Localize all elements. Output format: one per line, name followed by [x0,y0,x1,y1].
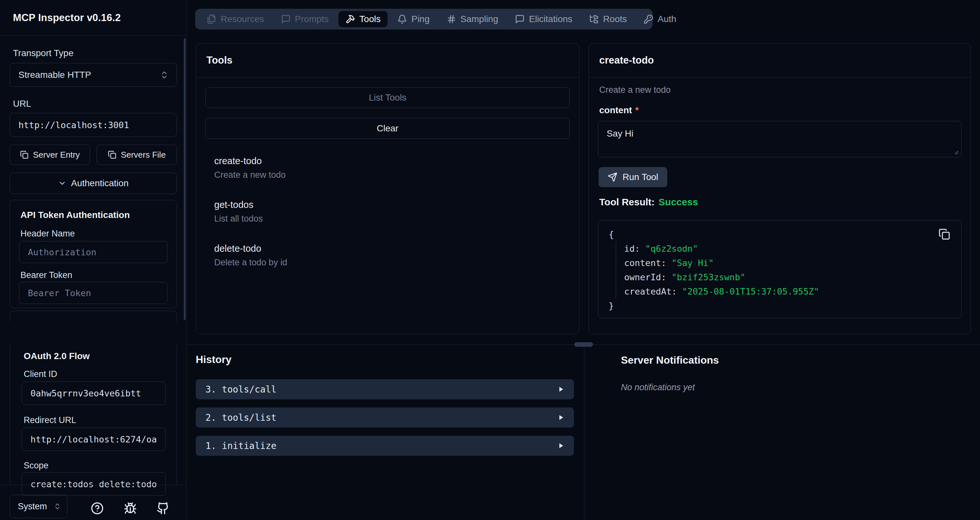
theme-select[interactable]: System [10,495,67,518]
content-field-label: content [599,105,632,115]
tab-label: Auth [657,14,676,24]
history-row-label: 3. tools/call [205,384,277,395]
files-icon [207,14,216,24]
server-notifications-pane: Server Notifications No notifications ye… [621,354,719,392]
header-name-field-box [19,241,167,263]
history-row-tools-call[interactable]: 3. tools/call [196,379,574,399]
authentication-toggle[interactable]: Authentication [10,172,177,194]
authentication-toggle-label: Authentication [71,178,128,188]
tool-name: delete-todo [214,243,579,254]
json-line: ownerId: "bzif253zswnb" [624,270,951,284]
tools-panel: Tools List Tools Clear create-todo Creat… [196,43,579,334]
bearer-token-field-box [19,282,167,304]
tab-label: Elicitations [529,14,572,24]
history-row-label: 1. initialize [205,440,277,451]
api-token-title: API Token Authentication [21,210,130,220]
json-line: id: "q6z2sodn" [624,242,951,256]
tool-result-line: Tool Result:Success [599,196,698,207]
json-body: id: "q6z2sodn" content: "Say Hi" ownerId… [616,242,951,299]
github-icon [156,502,170,515]
tool-runner-header: create-todo [589,43,970,78]
message-square-icon [281,14,291,24]
tab-ping[interactable]: Ping [390,11,436,27]
tab-roots[interactable]: Roots [582,11,634,27]
server-entry-button[interactable]: Server Entry [10,145,90,165]
tab-tools[interactable]: Tools [338,11,388,27]
tab-label: Sampling [460,14,498,24]
json-key: createdAt: [624,286,677,297]
tab-label: Resources [221,14,264,24]
url-input[interactable] [10,120,177,130]
copy-result-button[interactable] [939,228,950,240]
client-id-input[interactable] [22,388,165,398]
servers-file-button[interactable]: Servers File [97,145,177,165]
bearer-token-input[interactable] [19,288,167,298]
json-close-brace: } [609,299,951,313]
chevrons-up-down-icon [160,70,169,80]
tab-auth[interactable]: Auth [636,11,684,27]
help-circle-icon [91,502,104,515]
tool-name: get-todos [214,199,579,210]
tab-sampling[interactable]: Sampling [439,11,506,27]
json-value: "2025-08-01T15:37:05.955Z" [682,286,819,297]
hammer-icon [345,14,355,24]
server-entry-label: Server Entry [33,150,80,160]
folder-tree-icon [589,14,599,24]
expand-play-icon [558,442,564,449]
oauth-title: OAuth 2.0 Flow [24,351,90,361]
bell-icon [397,14,407,24]
url-label: URL [13,99,31,109]
json-key: content: [624,258,666,268]
json-value: "q6z2sodn" [645,244,698,254]
transport-select-value: Streamable HTTP [19,70,91,80]
tool-runner-title: create-todo [599,54,654,66]
tab-label: Ping [411,14,430,24]
tool-list: create-todo Create a new todo get-todos … [214,156,579,268]
servers-file-label: Servers File [121,150,166,160]
tool-list-item-delete-todo[interactable]: delete-todo Delete a todo by id [214,243,579,268]
tool-name: create-todo [214,156,579,166]
list-tools-button[interactable]: List Tools [205,87,570,108]
tab-elicitations[interactable]: Elicitations [508,11,579,27]
sidebar: MCP Inspector v0.16.2 Transport Type Str… [0,0,187,520]
tool-description: List all todos [214,214,579,224]
bug-icon [124,502,137,515]
tool-list-item-create-todo[interactable]: create-todo Create a new todo [214,156,579,180]
notifications-empty-message: No notifications yet [621,383,719,392]
tab-label: Tools [360,14,380,24]
history-row-tools-list[interactable]: 2. tools/list [196,407,574,427]
pane-resize-handle[interactable] [574,342,593,347]
sidebar-scrollbar-thumb[interactable] [184,38,186,320]
json-key: ownerId: [624,272,666,282]
scope-label: Scope [24,461,49,471]
tool-result-box: { id: "q6z2sodn" content: "Say Hi" owner… [598,220,961,318]
run-tool-label: Run Tool [622,172,658,182]
tab-prompts[interactable]: Prompts [274,11,336,27]
tool-runner-description: Create a new todo [599,85,671,95]
oauth-card: OAuth 2.0 Flow Client ID Redirect URL Sc… [10,345,177,485]
history-row-label: 2. tools/list [205,412,277,423]
github-button[interactable] [156,502,170,515]
bug-report-button[interactable] [124,502,137,515]
history-title: History [196,354,575,365]
tab-label: Prompts [295,14,329,24]
content-textarea[interactable]: Say Hi [598,121,961,157]
app-title: MCP Inspector v0.16.2 [13,12,121,24]
message-square-icon [515,14,525,24]
history-row-initialize[interactable]: 1. initialize [196,435,574,456]
redirect-url-input[interactable] [22,434,165,444]
vertical-pane-divider [584,345,584,520]
tab-resources[interactable]: Resources [200,11,271,27]
tool-list-item-get-todos[interactable]: get-todos List all todos [214,199,579,224]
redirect-url-label: Redirect URL [24,415,76,425]
run-tool-button[interactable]: Run Tool [598,167,667,187]
tools-panel-title: Tools [207,54,232,66]
help-button[interactable] [91,502,104,515]
header-name-input[interactable] [19,247,167,257]
transport-select[interactable]: Streamable HTTP [10,63,177,87]
chevron-down-icon [58,179,67,188]
content-field-label-row: content* [599,105,639,115]
clear-button[interactable]: Clear [205,118,570,139]
api-token-card: API Token Authentication Header Name Bea… [10,200,177,308]
transport-type-label: Transport Type [13,48,73,58]
